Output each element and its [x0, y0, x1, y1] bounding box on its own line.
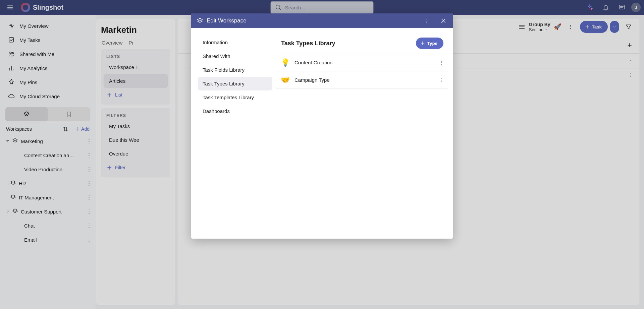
dialog-header: Edit Workspace ⋮ — [191, 13, 453, 28]
dlg-nav-task-types[interactable]: Task Types Library — [198, 77, 272, 90]
dlg-nav-information[interactable]: Information — [198, 36, 272, 49]
type-row[interactable]: 💡 Content Creation ⋮ — [276, 54, 448, 71]
edit-workspace-dialog: Edit Workspace ⋮ Information Shared With… — [191, 13, 453, 239]
type-row[interactable]: 🤝 Campaign Type ⋮ — [276, 71, 448, 89]
type-button-label: Type — [427, 41, 437, 46]
type-name: Content Creation — [294, 60, 435, 65]
dialog-main: Task Types Library Type 💡 Content Creati… — [276, 33, 448, 234]
layers-icon — [197, 17, 203, 24]
dialog-body: Information Shared With Task Fields Libr… — [191, 28, 453, 239]
plus-icon — [420, 41, 425, 46]
more-icon[interactable]: ⋮ — [439, 77, 444, 83]
close-icon[interactable] — [437, 14, 450, 27]
type-name: Campaign Type — [294, 77, 435, 83]
more-icon[interactable]: ⋮ — [439, 60, 444, 65]
dialog-more-icon[interactable]: ⋮ — [420, 14, 433, 27]
dialog-main-header: Task Types Library Type — [276, 33, 448, 54]
dlg-nav-shared-with[interactable]: Shared With — [198, 49, 272, 63]
lightbulb-icon: 💡 — [280, 58, 290, 67]
dlg-nav-dashboards[interactable]: Dashboards — [198, 104, 272, 118]
svg-marker-35 — [198, 18, 203, 21]
dlg-nav-task-templates[interactable]: Task Templates Library — [198, 90, 272, 104]
dialog-main-title: Task Types Library — [281, 40, 335, 47]
dialog-nav: Information Shared With Task Fields Libr… — [196, 33, 274, 234]
add-type-button[interactable]: Type — [416, 38, 443, 49]
dlg-nav-task-fields[interactable]: Task Fields Library — [198, 63, 272, 77]
handshake-icon: 🤝 — [280, 76, 290, 84]
dialog-title: Edit Workspace — [207, 17, 247, 24]
modal-overlay[interactable]: Edit Workspace ⋮ Information Shared With… — [0, 0, 644, 309]
